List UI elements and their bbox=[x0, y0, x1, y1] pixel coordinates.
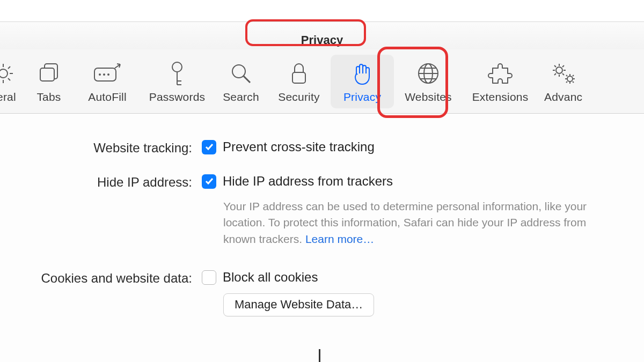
hide-ip-from-trackers-checkbox[interactable] bbox=[202, 174, 216, 189]
tab-label: Passwords bbox=[149, 91, 206, 104]
tab-tabs[interactable]: Tabs bbox=[23, 55, 75, 108]
website-tracking-row: Website tracking: Prevent cross-site tra… bbox=[0, 139, 623, 156]
tab-label: Tabs bbox=[36, 91, 61, 104]
svg-point-6 bbox=[172, 62, 182, 72]
tab-general[interactable]: neral bbox=[0, 55, 23, 108]
option-label: Prevent cross-site tracking bbox=[223, 139, 375, 154]
tab-label: Security bbox=[278, 91, 319, 104]
tab-advanced[interactable]: Advanc bbox=[538, 55, 589, 108]
manage-website-data-button[interactable]: Manage Website Data… bbox=[223, 293, 374, 316]
lock-icon bbox=[288, 60, 310, 87]
puzzle-icon bbox=[487, 60, 513, 87]
tab-extensions[interactable]: Extensions bbox=[463, 55, 538, 108]
tab-autofill[interactable]: AutoFill bbox=[75, 55, 140, 108]
svg-rect-1 bbox=[40, 68, 54, 81]
window-title: Privacy bbox=[291, 31, 353, 49]
gears-icon bbox=[550, 60, 577, 87]
svg-point-5 bbox=[107, 73, 109, 76]
svg-point-11 bbox=[556, 67, 562, 73]
hand-icon bbox=[351, 60, 374, 87]
search-icon bbox=[228, 60, 254, 87]
tab-label: AutoFill bbox=[88, 91, 127, 104]
tab-passwords[interactable]: Passwords bbox=[140, 55, 215, 108]
setting-label: Website tracking: bbox=[0, 139, 192, 156]
block-all-cookies-checkbox[interactable] bbox=[202, 270, 216, 285]
tab-search[interactable]: Search bbox=[215, 55, 267, 108]
svg-rect-8 bbox=[292, 72, 305, 83]
globe-icon bbox=[416, 60, 441, 87]
preferences-toolbar: neral Tabs AutoFill Passwords Search Sec… bbox=[0, 49, 644, 114]
tab-label: neral bbox=[0, 91, 16, 104]
tab-websites[interactable]: Websites bbox=[394, 55, 463, 108]
prevent-cross-site-tracking-checkbox[interactable] bbox=[202, 140, 216, 154]
hide-ip-help-text: Your IP address can be used to determine… bbox=[223, 198, 615, 247]
privacy-settings-pane: Website tracking: Prevent cross-site tra… bbox=[0, 114, 644, 362]
gear-icon bbox=[0, 60, 16, 87]
svg-point-4 bbox=[103, 73, 105, 76]
tab-label: Search bbox=[223, 91, 259, 104]
tab-privacy[interactable]: Privacy bbox=[331, 55, 394, 108]
svg-point-0 bbox=[0, 69, 8, 78]
tab-label: Websites bbox=[405, 91, 452, 104]
tab-security[interactable]: Security bbox=[267, 55, 331, 108]
window-titlebar: Privacy bbox=[0, 21, 644, 49]
key-icon bbox=[166, 60, 188, 87]
option-label: Hide IP address from trackers bbox=[223, 174, 393, 189]
tab-label: Extensions bbox=[472, 91, 529, 104]
autofill-icon bbox=[91, 60, 123, 87]
help-text: Your IP address can be used to determine… bbox=[223, 200, 587, 245]
setting-label: Hide IP address: bbox=[0, 174, 192, 190]
tabs-icon bbox=[36, 60, 62, 87]
scroll-indicator bbox=[319, 349, 320, 362]
svg-point-3 bbox=[99, 73, 101, 76]
setting-label: Cookies and website data: bbox=[0, 270, 192, 286]
hide-ip-row: Hide IP address: Hide IP address from tr… bbox=[0, 174, 623, 247]
learn-more-link[interactable]: Learn more… bbox=[305, 233, 374, 245]
cookies-row: Cookies and website data: Block all cook… bbox=[0, 270, 623, 316]
tab-label: Privacy bbox=[343, 91, 381, 104]
svg-point-7 bbox=[232, 65, 245, 78]
option-label: Block all cookies bbox=[223, 270, 318, 285]
svg-point-12 bbox=[567, 76, 573, 82]
tab-label: Advanc bbox=[544, 91, 582, 104]
